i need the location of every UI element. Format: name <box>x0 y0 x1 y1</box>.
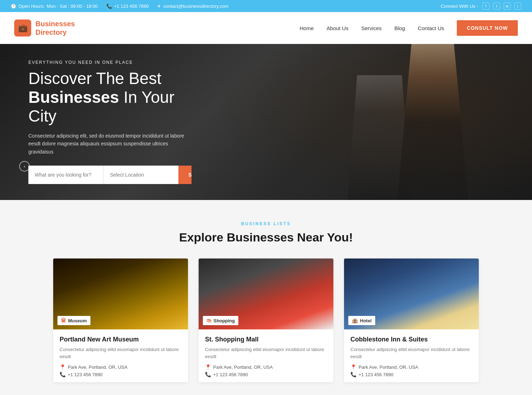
museum-meta: 📍 Park Ave, Portland, OR, USA 📞 +1 123 4… <box>60 364 182 377</box>
connect-label: Connect With Us - <box>441 4 478 9</box>
shopping-phone-text: +1 123 456 7890 <box>213 372 248 377</box>
nav-services[interactable]: Services <box>361 25 382 31</box>
shopping-meta: 📍 Park Ave, Portland, OR, USA 📞 +1 123 4… <box>205 364 327 377</box>
nav-home[interactable]: Home <box>300 25 314 31</box>
shopping-location-text: Park Ave, Portland, OR, USA <box>213 365 273 370</box>
logo-text: Businesses Directory <box>35 20 75 37</box>
whatsapp-icon[interactable]: w <box>504 2 511 10</box>
search-bar: SEARCH <box>28 166 192 184</box>
section-title: Explore Businesses Near You! <box>14 230 518 244</box>
shopping-phone: 📞 +1 123 456 7890 <box>205 372 327 377</box>
location-icon-hotel: 📍 <box>350 364 356 370</box>
figure-man <box>348 75 411 200</box>
hero-title-line1: Discover The Best <box>28 69 161 88</box>
email-item: ✈ contact@businessdirectory.com <box>157 4 228 9</box>
top-bar: 🕐 Open Hours: Mon - Sat : 09:00 - 18:00 … <box>0 0 532 12</box>
hotel-desc: Consectetur adipiscing elitd eiusmapor i… <box>350 346 472 360</box>
shopping-badge-icon: 🛍 <box>206 318 211 323</box>
hotel-badge-icon: 🏨 <box>352 318 358 323</box>
email-icon: ✈ <box>157 4 161 9</box>
hotel-phone-text: +1 123 456 7890 <box>359 372 393 377</box>
hotel-location: 📍 Park Ave, Portland, OR, USA <box>350 364 472 370</box>
hotel-title: Cobblestone Inn & Suites <box>350 336 472 343</box>
card-image-museum: 🏛 Museum <box>53 258 188 329</box>
hours-label: Open Hours: <box>18 4 45 9</box>
email-address: contact@businessdirectory.com <box>163 4 228 9</box>
shopping-desc: Consectetur adipiscing elitd eiusmapor i… <box>205 346 327 360</box>
top-bar-right: Connect With Us - f t w i <box>441 2 521 10</box>
museum-badge-icon: 🏛 <box>61 318 66 323</box>
hotel-card-body: Cobblestone Inn & Suites Consectetur adi… <box>344 329 479 382</box>
museum-desc: Consectetur adipiscing elitd eiusmapor i… <box>60 346 182 360</box>
museum-badge: 🏛 Museum <box>57 316 90 325</box>
museum-badge-label: Museum <box>68 318 87 323</box>
logo-line2: Directory <box>35 28 75 37</box>
hero-title-bold: Businesses <box>28 88 119 106</box>
nav-contact[interactable]: Contact Us <box>418 25 444 31</box>
nav-blog[interactable]: Blog <box>394 25 405 31</box>
social-icons: f t w i <box>482 2 521 10</box>
nav-about[interactable]: About Us <box>327 25 349 31</box>
nav-links: Home About Us Services Blog Contact Us C… <box>300 20 518 36</box>
phone-icon-shopping: 📞 <box>205 372 211 377</box>
card-hotel: 🏨 Hotel Cobblestone Inn & Suites Consect… <box>344 258 479 382</box>
hotel-phone: 📞 +1 123 456 7890 <box>350 372 472 377</box>
museum-location: 📍 Park Ave, Portland, OR, USA <box>60 364 182 370</box>
instagram-icon[interactable]: i <box>514 2 521 10</box>
shopping-badge: 🛍 Shopping <box>203 316 238 325</box>
museum-phone: 📞 +1 123 456 7890 <box>60 372 182 377</box>
shopping-location: 📍 Park Ave, Portland, OR, USA <box>205 364 327 370</box>
card-shopping: 🛍 Shopping St. Shopping Mall Consectetur… <box>199 258 333 382</box>
museum-card-body: Portland New Art Museum Consectetur adip… <box>53 329 188 382</box>
hero-content: EVERYTHING YOU NEED IN ONE PLACE Discove… <box>0 60 220 184</box>
museum-title: Portland New Art Museum <box>60 336 182 343</box>
phone-number: +1 123 456 7890 <box>114 4 149 9</box>
logo-line1: Businesses <box>35 20 75 28</box>
card-image-hotel: 🏨 Hotel <box>344 258 479 329</box>
phone-icon-hotel: 📞 <box>350 372 356 377</box>
card-museum: 🏛 Museum Portland New Art Museum Consect… <box>53 258 188 382</box>
top-bar-left: 🕐 Open Hours: Mon - Sat : 09:00 - 18:00 … <box>11 4 228 9</box>
card-image-shopping: 🛍 Shopping <box>199 258 333 329</box>
clock-icon: 🕐 <box>11 4 16 9</box>
hero-section: EVERYTHING YOU NEED IN ONE PLACE Discove… <box>0 44 532 200</box>
search-button[interactable]: SEARCH <box>178 166 192 184</box>
phone-icon-museum: 📞 <box>60 372 66 377</box>
shopping-card-body: St. Shopping Mall Consectetur adipiscing… <box>199 329 333 382</box>
hours-item: 🕐 Open Hours: Mon - Sat : 09:00 - 18:00 <box>11 4 98 9</box>
search-input[interactable] <box>28 166 104 184</box>
phone-item: 📞 +1 123 456 7890 <box>106 4 149 9</box>
hero-eyebrow: EVERYTHING YOU NEED IN ONE PLACE <box>28 60 192 65</box>
hotel-location-text: Park Ave, Portland, OR, USA <box>359 365 418 370</box>
twitter-icon[interactable]: t <box>493 2 500 10</box>
museum-location-text: Park Ave, Portland, OR, USA <box>68 365 127 370</box>
location-icon: 📍 <box>60 364 66 370</box>
hero-title: Discover The Best Businesses In Your Cit… <box>28 69 192 126</box>
logo[interactable]: 💼 Businesses Directory <box>14 20 75 37</box>
logo-icon: 💼 <box>14 20 31 37</box>
facebook-icon[interactable]: f <box>482 2 489 10</box>
consult-button[interactable]: CONSULT NOW <box>457 20 518 36</box>
museum-phone-text: +1 123 456 7890 <box>68 372 102 377</box>
business-lists-section: BUSINESS LISTS Explore Businesses Near Y… <box>0 200 532 395</box>
hotel-badge: 🏨 Hotel <box>348 316 375 325</box>
navbar: 💼 Businesses Directory Home About Us Ser… <box>0 12 532 44</box>
figure-woman <box>397 44 468 200</box>
hours-value: Mon - Sat : 09:00 - 18:00 <box>47 4 98 9</box>
location-icon-shopping: 📍 <box>205 364 211 370</box>
hero-description: Consectetur adipiscing elit, sed do eius… <box>28 132 192 156</box>
cards-grid: 🏛 Museum Portland New Art Museum Consect… <box>53 258 479 382</box>
hotel-badge-label: Hotel <box>360 318 372 323</box>
phone-icon: 📞 <box>106 4 112 9</box>
section-eyebrow: BUSINESS LISTS <box>14 221 518 226</box>
shopping-title: St. Shopping Mall <box>205 336 327 343</box>
location-input[interactable] <box>104 166 178 184</box>
shopping-badge-label: Shopping <box>214 318 235 323</box>
hotel-meta: 📍 Park Ave, Portland, OR, USA 📞 +1 123 4… <box>350 364 472 377</box>
